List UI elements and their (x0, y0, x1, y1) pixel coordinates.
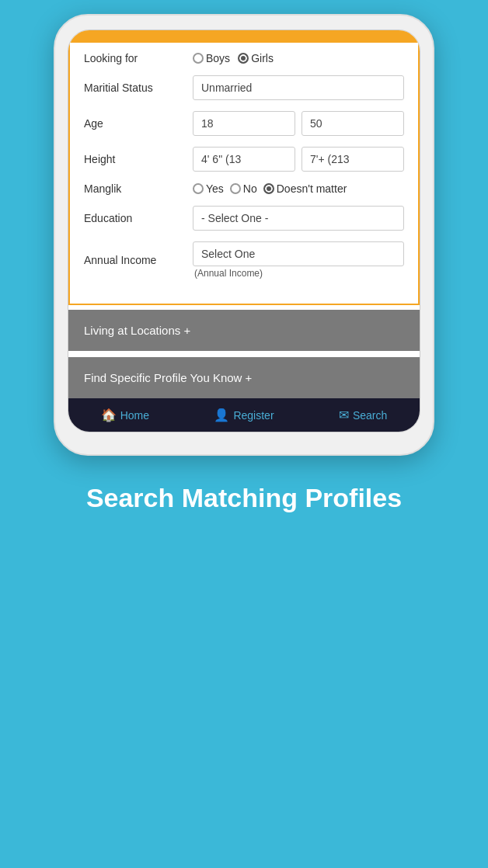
phone-shell: Looking for Boys Girls Maritial Status (54, 14, 434, 456)
manglik-no-label: No (243, 182, 257, 195)
boys-radio[interactable] (193, 53, 204, 64)
nav-register[interactable]: 👤 Register (214, 408, 274, 422)
annual-income-sub: (Annual Income) (193, 268, 404, 279)
education-label: Education (84, 212, 193, 224)
annual-income-row: Annual Income Select One (Annual Income) (84, 241, 404, 279)
age-min-input[interactable]: 18 (193, 111, 295, 136)
manglik-yes-radio[interactable] (193, 183, 204, 194)
nav-home[interactable]: 🏠 Home (101, 408, 149, 422)
manglik-dm-option[interactable]: Doesn't matter (263, 182, 347, 195)
age-row: Age 18 50 (84, 111, 404, 136)
boys-label: Boys (206, 52, 230, 64)
looking-for-label: Looking for (84, 52, 193, 64)
age-inputs: 18 50 (193, 111, 404, 136)
manglik-yes-option[interactable]: Yes (193, 182, 224, 195)
looking-for-row: Looking for Boys Girls (84, 52, 404, 64)
nav-search[interactable]: ✉ Search (339, 408, 387, 422)
looking-for-options: Boys Girls (193, 52, 404, 64)
girls-option[interactable]: Girls (238, 52, 274, 64)
marital-status-row: Maritial Status Unmarried (84, 75, 404, 100)
marital-status-value-wrapper: Unmarried (193, 75, 404, 100)
age-max-input[interactable]: 50 (302, 111, 404, 136)
annual-income-label: Annual Income (84, 254, 193, 266)
manglik-options: Yes No Doesn't matter (193, 182, 404, 195)
register-label: Register (233, 409, 274, 422)
register-icon: 👤 (214, 408, 229, 422)
height-min-input[interactable]: 4' 6" (13 (193, 147, 295, 172)
annual-income-wrapper: Select One (Annual Income) (193, 241, 404, 279)
manglik-no-option[interactable]: No (230, 182, 257, 195)
height-label: Height (84, 153, 193, 165)
locations-section-bar[interactable]: Living at Locations + (68, 310, 420, 351)
boys-option[interactable]: Boys (193, 52, 230, 64)
top-bar (68, 30, 420, 41)
bottom-nav: 🏠 Home 👤 Register ✉ Search (68, 398, 420, 432)
headline: Search Matching Profiles (55, 456, 433, 530)
manglik-label: Manglik (84, 182, 193, 195)
marital-status-label: Maritial Status (84, 82, 193, 94)
manglik-yes-label: Yes (206, 182, 224, 195)
manglik-no-radio[interactable] (230, 183, 241, 194)
phone-screen: Looking for Boys Girls Maritial Status (68, 30, 420, 432)
girls-label: Girls (251, 52, 274, 64)
height-inputs: 4' 6" (13 7'+ (213 (193, 147, 404, 172)
specific-profile-section-bar[interactable]: Find Specific Profile You Know + (68, 357, 420, 398)
form-area: Looking for Boys Girls Maritial Status (68, 41, 420, 305)
height-row: Height 4' 6" (13 7'+ (213 (84, 147, 404, 172)
specific-profile-label: Find Specific Profile You Know + (84, 371, 252, 384)
education-row: Education - Select One - (84, 206, 404, 231)
education-select[interactable]: - Select One - (193, 206, 404, 231)
height-max-input[interactable]: 7'+ (213 (302, 147, 404, 172)
home-label: Home (120, 409, 149, 422)
locations-label: Living at Locations + (84, 324, 190, 337)
manglik-dm-radio[interactable] (263, 183, 274, 194)
annual-income-select[interactable]: Select One (193, 241, 404, 266)
manglik-row: Manglik Yes No Doesn't matter (84, 182, 404, 195)
search-label: Search (353, 409, 387, 422)
age-label: Age (84, 117, 193, 130)
marital-status-input[interactable]: Unmarried (193, 75, 404, 100)
home-icon: 🏠 (101, 408, 117, 422)
girls-radio[interactable] (238, 53, 249, 64)
manglik-dm-label: Doesn't matter (277, 182, 347, 195)
search-icon: ✉ (339, 408, 349, 422)
education-value-wrapper: - Select One - (193, 206, 404, 231)
